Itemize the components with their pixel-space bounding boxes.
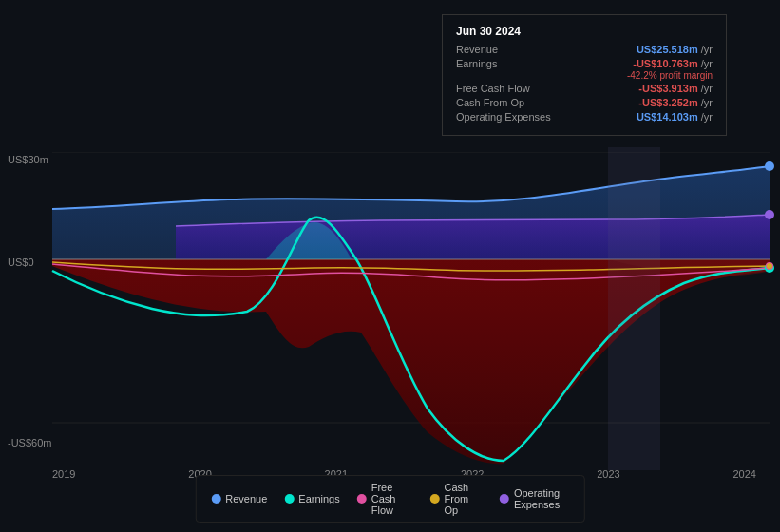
- legend-dot-fcf: [357, 494, 367, 504]
- tooltip-label-cashfromop: Cash From Op: [456, 97, 524, 108]
- tooltip-value-earnings: -US$10.763m /yr: [633, 58, 713, 69]
- legend-item-fcf[interactable]: Free Cash Flow: [357, 482, 413, 516]
- legend-label-fcf: Free Cash Flow: [371, 482, 413, 516]
- x-label-2024: 2024: [732, 468, 755, 480]
- tooltip-row-opex: Operating Expenses US$14.103m /yr: [456, 111, 713, 123]
- legend-label-earnings: Earnings: [298, 493, 339, 504]
- tooltip-row-earnings: Earnings -US$10.763m /yr: [456, 58, 713, 69]
- legend-label-revenue: Revenue: [225, 493, 267, 504]
- tooltip-value-opex: US$14.103m /yr: [637, 111, 713, 123]
- legend: Revenue Earnings Free Cash Flow Cash Fro…: [195, 475, 585, 522]
- tooltip-row-cashfromop: Cash From Op -US$3.252m /yr: [456, 97, 713, 108]
- legend-item-revenue[interactable]: Revenue: [211, 493, 267, 504]
- tooltip-value-fcf: -US$3.913m /yr: [638, 83, 713, 94]
- legend-item-opex[interactable]: Operating Expenses: [500, 487, 569, 510]
- tooltip-label-revenue: Revenue: [456, 44, 498, 55]
- legend-item-cashfromop[interactable]: Cash From Op: [430, 482, 483, 516]
- tooltip-date: Jun 30 2024: [456, 25, 713, 38]
- legend-item-earnings[interactable]: Earnings: [284, 493, 339, 504]
- tooltip-row-revenue: Revenue US$25.518m /yr: [456, 44, 713, 55]
- tooltip-row-fcf: Free Cash Flow -US$3.913m /yr: [456, 83, 713, 94]
- legend-dot-earnings: [284, 494, 294, 504]
- revenue-dot: [765, 162, 774, 171]
- tooltip-label-earnings: Earnings: [456, 58, 497, 69]
- legend-label-cashfromop: Cash From Op: [445, 482, 483, 516]
- legend-dot-revenue: [211, 494, 220, 504]
- earnings-area: [52, 259, 770, 464]
- legend-dot-opex: [500, 494, 509, 504]
- tooltip-profit-margin: -42.2% profit margin: [456, 70, 713, 81]
- chart-svg: [0, 152, 780, 475]
- tooltip-box: Jun 30 2024 Revenue US$25.518m /yr Earni…: [442, 14, 727, 136]
- tooltip-label-opex: Operating Expenses: [456, 111, 551, 123]
- tooltip-label-fcf: Free Cash Flow: [456, 83, 530, 94]
- legend-dot-cashfromop: [430, 494, 440, 504]
- tooltip-value-cashfromop: -US$3.252m /yr: [638, 97, 713, 108]
- highlight-bar: [608, 147, 660, 470]
- chart-container: Jun 30 2024 Revenue US$25.518m /yr Earni…: [0, 0, 780, 532]
- x-label-2019: 2019: [52, 468, 75, 480]
- cashfromop-dot: [767, 263, 772, 269]
- tooltip-value-revenue: US$25.518m /yr: [637, 44, 713, 55]
- opex-dot: [765, 210, 774, 219]
- legend-label-opex: Operating Expenses: [514, 487, 569, 510]
